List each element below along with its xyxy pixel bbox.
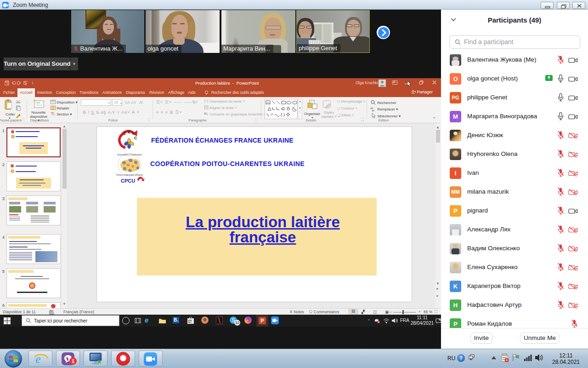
svg-text:C: C — [134, 136, 137, 140]
svg-text:Poitou-Charentes Ukraine: Poitou-Charentes Ukraine — [116, 173, 143, 176]
svg-text:ac: ac — [372, 109, 374, 111]
svg-text:E: E — [128, 130, 130, 134]
svg-text:Association Coopération: Association Coopération — [117, 153, 142, 156]
svg-text:F: F — [124, 132, 126, 136]
svg-text:CPCU: CPCU — [121, 178, 135, 184]
svg-text:F: F — [132, 131, 135, 136]
